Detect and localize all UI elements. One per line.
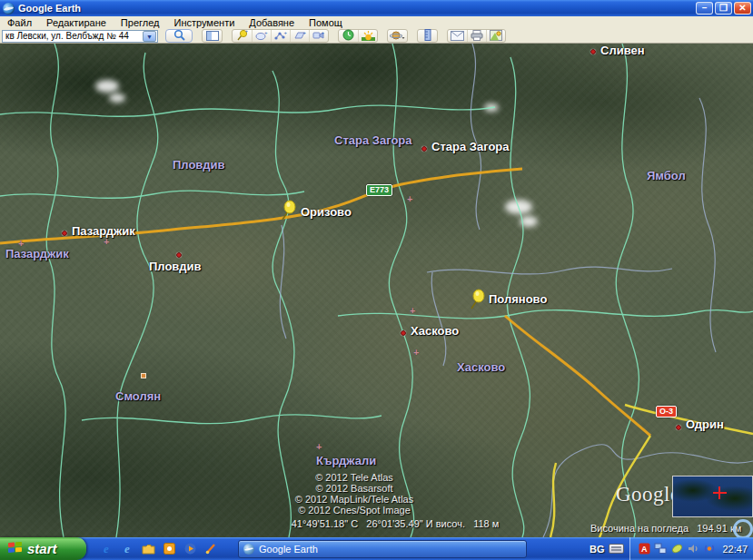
city-dot-pazardzhik [62,231,67,236]
sidebar-toggle-button[interactable] [203,30,222,42]
camera-icon: + [312,28,325,44]
media-player-icon[interactable] [183,542,197,556]
icq-icon[interactable] [162,542,176,556]
poi-cross-icon: + [413,347,419,358]
pointer-coordinates: 41°49'51.18" С 26°01'35.49" И височ. 118… [259,518,531,529]
search-combobox[interactable]: кв Левски, ул. Велбъжд № 44 ▼ [2,30,158,43]
overview-map[interactable] [672,476,753,517]
city-dot-plovdiv [176,252,182,258]
pushpin-icon: + [236,28,248,44]
close-button[interactable]: ✕ [734,2,751,15]
poi-cross-icon: + [104,236,109,247]
road-sign-e773: E773 [366,184,392,196]
menu-edit[interactable]: Редактиране [39,16,114,29]
app-icon [3,3,15,15]
planets-button[interactable] [388,30,407,42]
chevron-down-icon[interactable]: ▼ [143,31,156,42]
sidebar-icon [206,28,219,44]
add-image-overlay-button[interactable]: + [290,30,309,42]
poi-cross-icon: + [18,238,24,249]
window-controls: – ❐ ✕ [696,2,751,15]
city-dot-odrin [676,425,681,430]
browser-icon[interactable]: e [120,542,134,556]
city-label-haskovo[interactable]: Хасково [411,324,459,338]
system-tray: A 22:47 [629,537,753,560]
city-label-stara-zagora[interactable]: Стара Загора [431,140,510,153]
add-polygon-button[interactable]: + [252,30,271,42]
ruler-button[interactable] [418,30,437,42]
network-tray-icon[interactable] [654,543,667,555]
cloud [95,80,119,93]
svg-text:+: + [322,30,325,35]
search-input[interactable]: кв Левски, ул. Велбъжд № 44 [3,31,143,41]
path-icon: + [274,28,287,44]
window-title: Google Earth [18,3,81,14]
taskbar-task-google-earth[interactable]: Google Earth [238,540,527,558]
add-placemark-button[interactable]: + [233,30,252,42]
google-earth-task-icon [243,544,254,555]
region-label-stara-zagora[interactable]: Стара Загора [334,133,412,147]
view-in-google-maps-button[interactable] [486,30,505,42]
maximize-button[interactable]: ❐ [715,2,732,15]
region-label-plovdiv[interactable]: Пловдив [173,158,225,172]
task-button-label: Google Earth [259,544,318,555]
city-label-sliven[interactable]: Сливен [600,44,645,57]
wireless-tray-icon[interactable] [703,543,716,555]
search-button[interactable] [165,29,193,43]
svg-text:+: + [264,30,268,35]
sunlight-button[interactable] [358,30,377,42]
paintbrush-icon[interactable] [203,542,218,556]
email-button[interactable] [448,30,467,42]
svg-text:A: A [641,545,648,554]
print-button[interactable] [467,30,486,42]
map-viewport[interactable]: Стара Загора Пловдив Пазарджик Ямбол Хас… [0,44,753,537]
menu-file[interactable]: Файл [0,16,39,29]
adobe-tray-icon[interactable]: A [638,543,650,555]
search-icon [173,29,185,44]
region-label-yambol[interactable]: Ямбол [647,169,686,182]
add-path-button[interactable]: + [271,30,290,42]
svg-text:+: + [303,30,307,35]
region-label-kardzhali[interactable]: Кърджали [316,454,376,467]
start-button[interactable]: start [0,537,86,560]
satellite-texture [0,44,753,537]
menu-tools[interactable]: Инструменти [166,16,242,29]
city-dot-sliven [590,49,596,54]
taskbar-clock[interactable]: 22:47 [722,544,748,555]
poi-square-icon [141,373,146,378]
clock-icon [342,28,354,44]
placemark-label-polyanovo[interactable]: Поляново [489,292,547,306]
minimize-button[interactable]: – [696,2,713,15]
volume-tray-icon[interactable] [687,543,699,555]
internet-explorer-icon[interactable]: e [99,542,114,556]
copyright-block: © 2012 Tele Atlas © 2012 Basarsoft © 201… [227,472,481,516]
folder-icon[interactable] [141,542,155,556]
keyboard-icon[interactable] [609,544,624,554]
historical-imagery-button[interactable] [339,30,358,42]
region-label-haskovo[interactable]: Хасково [457,360,505,374]
toolbar-group-create: + + + + + [232,29,329,43]
cloud [520,216,538,227]
copyright-line: © 2012 Tele Atlas [227,472,481,483]
menu-view[interactable]: Преглед [114,16,167,29]
language-indicator[interactable]: BG [590,544,605,555]
poi-cross-icon: + [410,305,415,316]
title-bar[interactable]: Google Earth – ❐ ✕ [0,0,753,16]
placemark-label-orizovo[interactable]: Оризово [301,205,352,219]
placemark-pin-orizovo[interactable] [280,200,296,225]
city-label-plovdiv[interactable]: Пловдив [149,260,202,273]
saturn-icon [390,28,405,44]
region-label-smolyan[interactable]: Смолян [115,389,161,403]
copyright-line: © 2012 Basarsoft [227,483,481,494]
region-label-pazardzhik[interactable]: Пазарджик [5,247,69,260]
toolbar: кв Левски, ул. Велбъжд № 44 ▼ + [0,29,753,44]
image-overlay-icon: + [293,28,306,44]
placemark-pin-polyanovo[interactable] [469,289,485,314]
leaf-tray-icon[interactable] [670,543,683,555]
taskbar: start e e Google Earth BG [0,537,753,560]
record-tour-button[interactable]: + [309,30,328,42]
cloud [109,93,125,103]
city-label-odrin[interactable]: Одрин [686,418,724,431]
eye-altitude: Височина на погледа 194.91 км [590,523,741,534]
navigation-control[interactable] [733,519,753,537]
